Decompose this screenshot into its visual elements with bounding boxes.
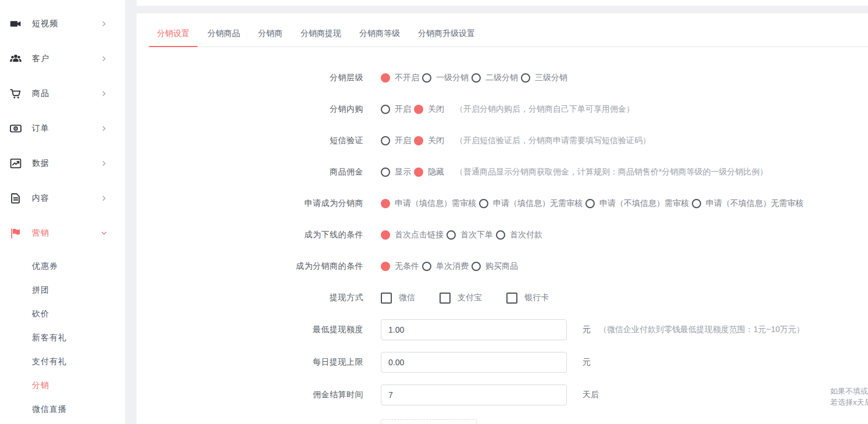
sidebar-subitem-1[interactable]: 优惠券	[0, 254, 125, 278]
text-input[interactable]	[381, 319, 567, 340]
radio-button[interactable]	[471, 73, 481, 83]
sidebar-subitem-7[interactable]: 微信直播	[0, 397, 125, 421]
radio-option[interactable]: 购买商品	[471, 261, 518, 272]
input-suffix: 元	[583, 357, 591, 368]
radio-button[interactable]	[414, 105, 423, 114]
sidebar-item-2[interactable]: 客户	[0, 45, 125, 73]
radio-button[interactable]	[585, 199, 595, 208]
radio-option[interactable]: 申请（填信息）无需审核	[479, 198, 583, 209]
checkbox-option[interactable]: 银行卡	[506, 293, 549, 304]
cart-icon	[9, 87, 22, 100]
radio-button[interactable]	[471, 262, 481, 271]
radio-option-label: 显示	[395, 167, 411, 177]
checkbox[interactable]	[440, 293, 451, 304]
radio-option[interactable]: 关闭	[414, 104, 444, 115]
radio-option[interactable]: 隐藏	[414, 167, 444, 177]
radio-option[interactable]: 不开启	[381, 73, 419, 83]
radio-option[interactable]: 申请（不填信息）需审核	[585, 198, 689, 209]
radio-option-label: 单次消费	[436, 261, 469, 272]
radio-option-label: 二级分销	[485, 73, 518, 83]
radio-option-label: 申请（填信息）需审核	[395, 198, 476, 209]
tabs: 分销设置分销商品分销商分销商提现分销商等级分销商升级设置	[137, 27, 868, 39]
radio-option-label: 关闭	[428, 104, 444, 115]
field-content: 天后	[381, 384, 599, 405]
text-input[interactable]	[381, 352, 567, 373]
radio-option[interactable]: 申请（不填信息）无需审核	[692, 198, 803, 209]
radio-button[interactable]	[521, 73, 530, 83]
radio-option[interactable]: 关闭	[414, 136, 444, 146]
sidebar-item-label: 内容	[32, 193, 49, 204]
radio-option[interactable]: 显示	[381, 167, 411, 177]
dashed-box[interactable]	[381, 419, 477, 424]
chevron-right-icon	[101, 55, 108, 62]
side-note-line: 若选择x天后	[830, 397, 868, 408]
sidebar-subitem-4[interactable]: 新客有礼	[0, 326, 125, 350]
tab-5[interactable]: 分销商等级	[351, 27, 408, 39]
radio-button[interactable]	[446, 230, 456, 240]
radio-option[interactable]: 开启	[381, 136, 411, 146]
checkbox-option[interactable]: 支付宝	[440, 293, 482, 304]
radio-option[interactable]: 一级分销	[422, 73, 469, 83]
checkbox-option-label: 微信	[399, 293, 415, 303]
sidebar-item-1[interactable]: 短视频	[0, 10, 125, 38]
radio-button[interactable]	[381, 230, 390, 240]
radio-button[interactable]	[692, 199, 701, 208]
sidebar-subitem-5[interactable]: 支付有礼	[0, 350, 125, 373]
radio-button[interactable]	[381, 262, 390, 271]
field-label: 成为下线的条件	[137, 230, 363, 240]
field-content: 首次点击链接首次下单首次付款	[381, 230, 545, 240]
radio-option[interactable]: 三级分销	[521, 73, 567, 83]
radio-option-label: 不开启	[395, 73, 419, 83]
form-row: 最低提现额度元（微信企业付款到零钱最低提现额度范围：1元~10万元）	[137, 313, 868, 346]
radio-option[interactable]: 首次下单	[446, 230, 493, 240]
radio-button[interactable]	[479, 199, 488, 208]
sidebar-item-5[interactable]: 数据	[0, 149, 125, 177]
sidebar-item-7[interactable]: 营销	[0, 219, 125, 247]
sidebar-item-label: 短视频	[32, 19, 58, 29]
radio-option[interactable]: 二级分销	[471, 73, 518, 83]
tab-1[interactable]: 分销设置	[149, 27, 198, 39]
checkbox-option[interactable]: 微信	[381, 293, 415, 304]
sidebar-subitem-8[interactable]: 弹窗广告	[0, 421, 125, 424]
radio-button[interactable]	[496, 230, 505, 240]
sidebar-item-4[interactable]: 订单	[0, 115, 125, 142]
radio-button[interactable]	[422, 262, 431, 271]
sidebar-subitem-2[interactable]: 拼团	[0, 278, 125, 302]
radio-option[interactable]: 单次消费	[422, 261, 469, 272]
tab-2[interactable]: 分销商品	[199, 27, 248, 39]
radio-button[interactable]	[381, 105, 390, 114]
tab-3[interactable]: 分销商	[250, 27, 291, 39]
sidebar-item-label: 营销	[32, 228, 49, 238]
radio-button[interactable]	[381, 168, 390, 177]
radio-option[interactable]: 无条件	[381, 261, 419, 272]
side-note: 如果不填或若选择x天后	[830, 386, 868, 408]
radio-option[interactable]: 首次付款	[496, 230, 542, 240]
sidebar-item-6[interactable]: 内容	[0, 184, 125, 212]
radio-button[interactable]	[381, 73, 390, 83]
radio-button[interactable]	[381, 199, 390, 208]
input-suffix: 天后	[583, 390, 599, 400]
radio-button[interactable]	[381, 136, 390, 145]
tab-6[interactable]: 分销商升级设置	[410, 27, 483, 39]
checkbox[interactable]	[506, 293, 517, 304]
sidebar-subitem-6[interactable]: 分销	[0, 373, 125, 397]
radio-button[interactable]	[414, 168, 423, 177]
field-label: 每日提现上限	[137, 357, 363, 368]
form-row: 每日提现上限元	[137, 346, 868, 379]
sidebar-menu: 短视频客户商品订单数据内容营销	[0, 0, 125, 247]
field-label: 商品佣金	[137, 167, 363, 177]
field-content: 显示隐藏（普通商品显示分销商获取佣金，计算规则：商品销售价*分销商等级的一级分销…	[381, 167, 767, 177]
sidebar-subitem-3[interactable]: 砍价	[0, 302, 125, 326]
users-icon	[9, 52, 22, 65]
tab-4[interactable]: 分销商提现	[292, 27, 349, 39]
text-input[interactable]	[381, 384, 567, 405]
radio-option[interactable]: 首次点击链接	[381, 230, 444, 240]
money-icon	[9, 122, 22, 135]
radio-option[interactable]: 申请（填信息）需审核	[381, 198, 476, 209]
sidebar-item-3[interactable]: 商品	[0, 80, 125, 108]
radio-option[interactable]: 开启	[381, 104, 411, 115]
checkbox[interactable]	[381, 293, 392, 304]
radio-button[interactable]	[422, 73, 431, 83]
radio-button[interactable]	[414, 136, 423, 145]
chevron-right-icon	[101, 160, 108, 167]
